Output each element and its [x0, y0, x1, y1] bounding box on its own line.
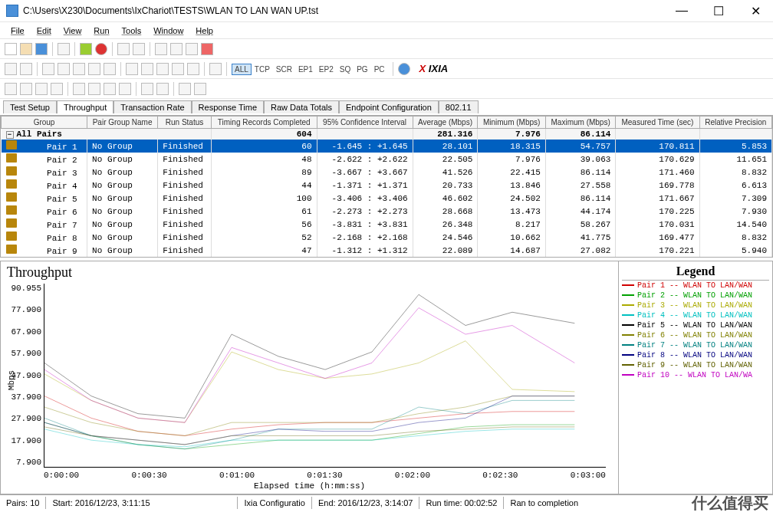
chart-icon-4[interactable] — [51, 83, 63, 95]
col-header[interactable]: Average (Mbps) — [413, 117, 478, 129]
group-icon-10[interactable] — [156, 63, 169, 75]
group-icon-4[interactable] — [58, 63, 70, 75]
chart-area: Throughput Mbps 90.95577.90067.90057.900… — [0, 261, 773, 494]
maximize-button[interactable]: ☐ — [707, 4, 730, 18]
legend-item[interactable]: Pair 3 -- WLAN TO LAN/WAN — [622, 300, 769, 310]
chart-icon-12[interactable] — [194, 83, 206, 95]
menu-help[interactable]: Help — [191, 25, 218, 37]
filter-pg[interactable]: PG — [354, 64, 370, 75]
filter-tcp[interactable]: TCP — [252, 64, 273, 75]
legend-item[interactable]: Pair 7 -- WLAN TO LAN/WAN — [622, 340, 769, 350]
group-icon-13[interactable] — [209, 63, 222, 75]
tool-icon-3[interactable] — [155, 43, 167, 55]
chart-icon-9[interactable] — [141, 83, 153, 95]
chart-icon-5[interactable] — [73, 83, 85, 95]
menu-tools[interactable]: Tools — [117, 25, 146, 37]
tool-icon-1[interactable] — [117, 43, 130, 55]
legend-item[interactable]: Pair 4 -- WLAN TO LAN/WAN — [622, 310, 769, 320]
line-plot[interactable]: Mbps 90.95577.90067.90057.90047.90037.90… — [44, 284, 606, 468]
chart-icon-6[interactable] — [88, 83, 100, 95]
group-icon-9[interactable] — [141, 63, 153, 75]
col-header[interactable]: Run Status — [158, 117, 212, 129]
minimize-button[interactable]: — — [670, 4, 693, 18]
save-icon[interactable] — [35, 43, 48, 55]
table-row[interactable]: Pair 4No GroupFinished44-1.371 : +1.3712… — [2, 179, 772, 192]
group-icon-8[interactable] — [126, 63, 138, 75]
app-icon — [6, 5, 18, 17]
col-header[interactable]: Group — [2, 117, 87, 129]
tool-icon-4[interactable] — [170, 43, 183, 55]
col-header[interactable]: Timing Records Completed — [211, 117, 317, 129]
legend-item[interactable]: Pair 2 -- WLAN TO LAN/WAN — [622, 291, 769, 300]
table-row[interactable]: Pair 2No GroupFinished48-2.622 : +2.6222… — [2, 153, 772, 166]
close-button[interactable]: ✕ — [744, 4, 767, 18]
legend-item[interactable]: Pair 1 -- WLAN TO LAN/WAN — [622, 281, 769, 291]
tab-endpoint-configuration[interactable]: Endpoint Configuration — [339, 100, 439, 113]
filter-scr[interactable]: SCR — [273, 64, 295, 75]
tab-throughput[interactable]: Throughput — [57, 100, 113, 113]
group-icon-12[interactable] — [187, 63, 199, 75]
tool-icon-2[interactable] — [133, 43, 145, 55]
col-header[interactable]: Relative Precision — [699, 117, 772, 129]
group-icon-6[interactable] — [88, 63, 100, 75]
legend-panel: Legend Pair 1 -- WLAN TO LAN/WANPair 2 -… — [619, 261, 772, 494]
menu-edit[interactable]: Edit — [32, 25, 56, 37]
legend-item[interactable]: Pair 8 -- WLAN TO LAN/WAN — [622, 350, 769, 360]
chart-icon-1[interactable] — [5, 83, 17, 95]
help-icon[interactable] — [398, 63, 410, 75]
col-header[interactable]: Measured Time (sec) — [616, 117, 699, 129]
chart-icon-11[interactable] — [179, 83, 191, 95]
legend-item[interactable]: Pair 10 -- WLAN TO LAN/WA — [622, 370, 769, 380]
col-header[interactable]: Minimum (Mbps) — [478, 117, 545, 129]
group-icon-11[interactable] — [172, 63, 184, 75]
group-icon-3[interactable] — [42, 63, 54, 75]
menu-run[interactable]: Run — [89, 25, 113, 37]
tab-802.11[interactable]: 802.11 — [439, 100, 479, 113]
menu-file[interactable]: File — [6, 25, 29, 37]
print-icon[interactable] — [58, 43, 70, 55]
table-row[interactable]: Pair 3No GroupFinished89-3.667 : +3.6674… — [2, 166, 772, 179]
legend-item[interactable]: Pair 6 -- WLAN TO LAN/WAN — [622, 330, 769, 340]
col-header[interactable]: 95% Confidence Interval — [317, 117, 413, 129]
chart-icon-8[interactable] — [119, 83, 131, 95]
run-icon[interactable] — [80, 43, 92, 55]
delete-icon[interactable] — [201, 43, 213, 55]
tab-raw-data-totals[interactable]: Raw Data Totals — [264, 100, 339, 113]
chart-icon-7[interactable] — [104, 83, 116, 95]
tab-test-setup[interactable]: Test Setup — [3, 100, 57, 113]
col-header[interactable]: Maximum (Mbps) — [545, 117, 615, 129]
table-row[interactable]: Pair 9No GroupFinished47-1.312 : +1.3122… — [2, 244, 772, 257]
table-row[interactable]: Pair 8No GroupFinished52-2.168 : +2.1682… — [2, 231, 772, 244]
col-header[interactable]: Pair Group Name — [87, 117, 158, 129]
open-icon[interactable] — [20, 43, 32, 55]
tab-response-time[interactable]: Response Time — [192, 100, 264, 113]
tab-transaction-rate[interactable]: Transaction Rate — [113, 100, 191, 113]
chart-icon-2[interactable] — [20, 83, 32, 95]
filter-ep1[interactable]: EP1 — [295, 64, 316, 75]
group-icon-1[interactable] — [5, 63, 17, 75]
filter-all[interactable]: ALL — [232, 64, 252, 75]
stop-icon[interactable] — [95, 43, 107, 55]
menu-view[interactable]: View — [59, 25, 87, 37]
tool-icon-5[interactable] — [186, 43, 198, 55]
legend-item[interactable]: Pair 5 -- WLAN TO LAN/WAN — [622, 320, 769, 330]
table-row[interactable]: Pair 7No GroupFinished56-3.831 : +3.8312… — [2, 218, 772, 231]
group-icon-2[interactable] — [20, 63, 32, 75]
y-tick-labels: 90.95577.90067.90057.90047.90037.90027.9… — [11, 284, 41, 467]
all-pairs-row[interactable]: −All Pairs604281.3167.97686.114 — [2, 129, 772, 140]
group-icon-5[interactable] — [73, 63, 85, 75]
legend-item[interactable]: Pair 9 -- WLAN TO LAN/WAN — [622, 360, 769, 370]
table-row[interactable]: Pair 6No GroupFinished61-2.273 : +2.2732… — [2, 205, 772, 218]
filter-pc[interactable]: PC — [371, 64, 388, 75]
menubar: FileEditViewRunToolsWindowHelp — [0, 21, 773, 38]
group-icon-7[interactable] — [104, 63, 116, 75]
menu-window[interactable]: Window — [149, 25, 188, 37]
new-icon[interactable] — [5, 43, 17, 55]
filter-ep2[interactable]: EP2 — [316, 64, 337, 75]
status-pairs: Pairs: 10 — [0, 497, 46, 509]
chart-icon-3[interactable] — [35, 83, 48, 95]
chart-icon-10[interactable] — [156, 83, 169, 95]
filter-sq[interactable]: SQ — [337, 64, 354, 75]
table-row[interactable]: Pair 1No GroupFinished60-1.645 : +1.6452… — [2, 140, 772, 153]
table-row[interactable]: Pair 5No GroupFinished100-3.406 : +3.406… — [2, 192, 772, 205]
